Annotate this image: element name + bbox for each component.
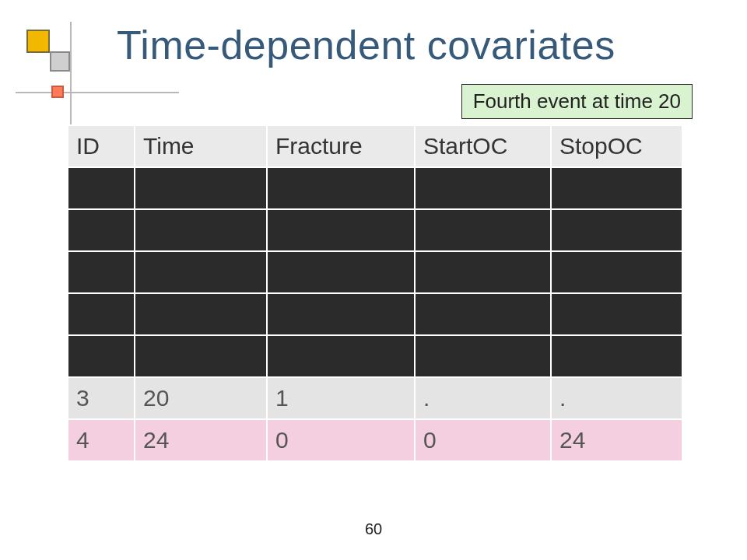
cell-hidden [68, 251, 135, 293]
cell: . [415, 377, 551, 419]
cell-hidden [135, 209, 267, 251]
cell: 24 [551, 419, 682, 461]
cell-hidden [415, 251, 551, 293]
cell-hidden [135, 293, 267, 335]
table-row-hidden [68, 251, 682, 293]
table-header-row: ID Time Fracture StartOC StopOC [68, 125, 682, 167]
cell-hidden [415, 293, 551, 335]
cell-hidden [68, 293, 135, 335]
cell: 3 [68, 377, 135, 419]
cell-hidden [267, 251, 415, 293]
cell-hidden [267, 293, 415, 335]
table-row-hidden [68, 293, 682, 335]
cell: 20 [135, 377, 267, 419]
table-row: 3201.. [68, 377, 682, 419]
cell: 24 [135, 419, 267, 461]
table-row-hidden [68, 335, 682, 377]
slide: Time-dependent covariates Fourth event a… [0, 0, 747, 560]
slide-title: Time-dependent covariates [117, 22, 716, 68]
cell-hidden [551, 293, 682, 335]
data-table: ID Time Fracture StartOC StopOC 3201..42… [67, 124, 683, 462]
cell-hidden [415, 209, 551, 251]
cell-hidden [68, 167, 135, 209]
table-row-hidden [68, 209, 682, 251]
cell-hidden [135, 251, 267, 293]
table-body: 3201..4240024 [68, 167, 682, 461]
cell-hidden [551, 251, 682, 293]
cell: 0 [415, 419, 551, 461]
cell: 4 [68, 419, 135, 461]
cell-hidden [135, 167, 267, 209]
col-header: Time [135, 125, 267, 167]
data-table-container: ID Time Fracture StartOC StopOC 3201..42… [67, 124, 682, 462]
cell: . [551, 377, 682, 419]
col-header: ID [68, 125, 135, 167]
cell-hidden [135, 335, 267, 377]
cell-hidden [267, 335, 415, 377]
cell-hidden [551, 335, 682, 377]
cell-hidden [551, 167, 682, 209]
cell-hidden [68, 209, 135, 251]
cell: 0 [267, 419, 415, 461]
cell-hidden [267, 167, 415, 209]
col-header: StartOC [415, 125, 551, 167]
cell-hidden [415, 167, 551, 209]
table-row-hidden [68, 167, 682, 209]
cell-hidden [551, 209, 682, 251]
col-header: Fracture [267, 125, 415, 167]
event-callout: Fourth event at time 20 [461, 84, 693, 119]
col-header: StopOC [551, 125, 682, 167]
table-row: 4240024 [68, 419, 682, 461]
corner-decoration [16, 30, 109, 115]
page-number: 60 [0, 520, 747, 538]
cell-hidden [68, 335, 135, 377]
cell: 1 [267, 377, 415, 419]
cell-hidden [415, 335, 551, 377]
cell-hidden [267, 209, 415, 251]
